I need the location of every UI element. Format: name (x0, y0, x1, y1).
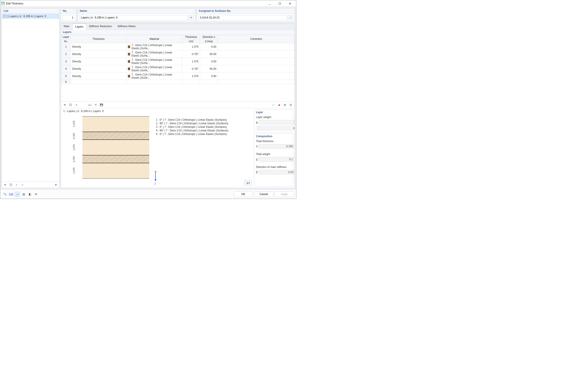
composition-box: Composition Total thickness d [in] Total… (254, 134, 293, 186)
d-input[interactable] (258, 144, 294, 148)
close-button[interactable] (285, 0, 295, 7)
cell-t[interactable]: 1.575 (182, 43, 200, 50)
cell-thickness[interactable]: Directly (71, 58, 126, 65)
import-icon[interactable]: ⟲ (93, 102, 98, 107)
print-dropdown[interactable]: 🖨▾ (244, 180, 252, 186)
table-row[interactable]: 1Directly7 - Derix C24 | Orthotropic | L… (61, 43, 294, 50)
cell-thickness[interactable]: Directly (71, 50, 126, 58)
export-excel-icon[interactable]: ⊞ (282, 102, 288, 107)
view-icon[interactable]: ▭ (15, 192, 20, 197)
row-no: 4 (61, 65, 71, 72)
library-icon[interactable]: 📖 (87, 102, 92, 107)
help-icon[interactable]: 🔍 (2, 192, 7, 197)
layers-table[interactable]: Layer Thickness Material Thickness Direc… (61, 35, 294, 84)
cell-t[interactable]: 0.787 (182, 65, 200, 72)
table-row[interactable]: 3Directly7 - Derix C24 | Orthotropic | L… (61, 58, 294, 65)
ok-button[interactable]: OK (234, 191, 253, 197)
new-row-icon[interactable]: ✳ (62, 102, 67, 107)
cell-comment[interactable] (218, 43, 294, 50)
tab-stiffness-matrix[interactable]: Stiffness Matrix (115, 24, 138, 30)
cell-material[interactable]: 7 - Derix C24 | Orthotropic | Linear Ela… (126, 43, 182, 50)
fx-icon[interactable]: fx (34, 192, 38, 197)
pick-surfaces-icon[interactable]: ⤢ (288, 15, 293, 20)
axis-label: z (154, 182, 156, 185)
layers-grid-wrap[interactable]: Layer Thickness Material Thickness Direc… (61, 35, 294, 101)
flip-icon[interactable]: ↔ (271, 102, 276, 107)
tab-main[interactable]: Main (61, 24, 72, 30)
material-swatch-icon (128, 68, 130, 70)
tab-layers[interactable]: Layers (72, 24, 86, 30)
name-box: Name ✎ (78, 8, 195, 22)
cell-comment[interactable] (218, 72, 294, 80)
cell-beta[interactable]: 90.00 (200, 65, 218, 72)
save-icon[interactable]: 💾 (99, 102, 104, 107)
diagram-layer-2 (82, 132, 149, 140)
copy-item-icon[interactable]: ⿻ (8, 182, 13, 187)
table-row[interactable]: 5Directly7 - Derix C24 | Orthotropic | L… (61, 72, 294, 80)
minimize-button[interactable] (264, 0, 275, 7)
material-swatch-icon (128, 75, 130, 78)
table-row[interactable]: 4Directly7 - Derix C24 | Orthotropic | L… (61, 65, 294, 72)
apply-button[interactable]: Apply (275, 191, 294, 197)
window-title: Edit Thickness (6, 2, 264, 5)
g-label: g (256, 158, 258, 161)
col-layer-no-1: Layer (61, 35, 71, 39)
cell-beta[interactable]: 0.00 (200, 58, 218, 65)
cell-material[interactable]: 7 - Derix C24 | Orthotropic | Linear Ela… (126, 50, 182, 58)
bp-input[interactable] (259, 170, 294, 174)
maximize-button[interactable] (275, 0, 285, 7)
list-body[interactable]: 1 Layers | d : 6.299 in | Layers: 5 (2, 14, 59, 182)
copy-row-icon[interactable]: ⿻ (68, 102, 73, 107)
delete-row-icon[interactable]: ✕ (74, 102, 79, 107)
tab-stiffness-reduction[interactable]: Stiffness Reduction (86, 24, 115, 30)
g-input[interactable] (258, 157, 294, 162)
cell-comment[interactable] (218, 50, 294, 58)
cell-material[interactable]: 7 - Derix C24 | Orthotropic | Linear Ela… (126, 58, 182, 65)
list-item[interactable]: 1 Layers | d : 6.299 in | Layers: 5 (2, 14, 59, 18)
rename-icon[interactable]: ✎ (188, 15, 194, 20)
cell-beta[interactable]: 0.00 (200, 43, 218, 50)
gi-input-1[interactable] (259, 120, 294, 124)
table-row[interactable]: 2Directly7 - Derix C24 | Orthotropic | L… (61, 50, 294, 58)
material-swatch-icon (128, 53, 130, 56)
titlebar: Edit Thickness (0, 0, 296, 7)
units-icon[interactable]: 0.00 (9, 192, 14, 197)
no-input[interactable] (62, 15, 75, 20)
cell-thickness[interactable]: Directly (71, 72, 126, 80)
cell-comment[interactable] (218, 65, 294, 72)
check2-icon[interactable]: ✔ (20, 182, 25, 187)
cell-thickness[interactable]: Directly (71, 43, 126, 50)
app-icon (1, 2, 5, 5)
layers-icon[interactable]: ◆ (277, 102, 282, 107)
cell-t[interactable]: 1.575 (182, 58, 200, 65)
cancel-button[interactable]: Cancel (254, 191, 273, 197)
cell-material[interactable]: 7 - Derix C24 | Orthotropic | Linear Ela… (126, 65, 182, 72)
material-swatch-icon (128, 46, 130, 48)
print-icon[interactable]: 🖨▾ (244, 180, 252, 186)
no-box: No. (61, 8, 76, 22)
new-item-icon[interactable]: ✳ (3, 182, 8, 187)
cell-t[interactable]: 0.787 (182, 50, 200, 58)
view2-icon[interactable]: ▤ (21, 192, 26, 197)
right-column: No. Name ✎ Assigned to Surfaces No. ⤢ (61, 8, 295, 188)
svg-marker-6 (154, 179, 156, 181)
cell-t[interactable]: 1.575 (182, 72, 200, 80)
cell-thickness[interactable]: Directly (71, 65, 126, 72)
svg-rect-1 (279, 3, 281, 4)
dim-2: 0.787 (72, 132, 75, 140)
cell-material[interactable]: 7 - Derix C24 | Orthotropic | Linear Ela… (126, 72, 182, 80)
view3-icon[interactable]: ◧ (28, 192, 32, 197)
cell-beta[interactable]: 90.00 (200, 50, 218, 58)
assigned-input[interactable] (198, 15, 287, 20)
export2-icon[interactable]: ⊡ (288, 102, 293, 107)
cell-comment[interactable] (218, 58, 294, 65)
table-row-empty[interactable]: 6 (61, 80, 294, 84)
name-label: Name (78, 8, 195, 14)
legend-row: 1 : 0° | 7 - Derix C24 | Orthotropic | L… (156, 118, 228, 122)
check-icon[interactable]: ✔ (14, 182, 19, 187)
gi-input-2[interactable] (257, 126, 292, 130)
delete-icon[interactable]: ✕ (54, 182, 58, 187)
name-input[interactable] (79, 15, 188, 20)
cell-beta[interactable]: 0.00 (200, 72, 218, 80)
diagram-layer-5 (82, 163, 149, 179)
